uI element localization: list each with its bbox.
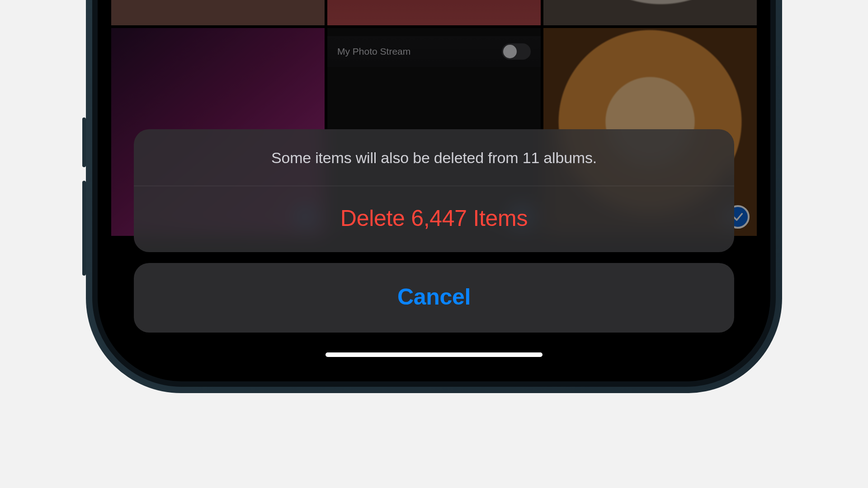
phone-side-button: [82, 181, 86, 276]
phone-bezel: My Photo Stream: [98, 0, 770, 381]
stage: My Photo Stream: [0, 0, 868, 488]
phone-screen: My Photo Stream: [111, 0, 757, 368]
home-indicator[interactable]: [326, 352, 542, 357]
action-sheet-card: Some items will also be deleted from 11 …: [134, 129, 734, 252]
phone-side-button: [82, 117, 86, 167]
action-sheet-message: Some items will also be deleted from 11 …: [134, 129, 734, 186]
action-sheet: Some items will also be deleted from 11 …: [134, 129, 734, 333]
phone-frame-outer: My Photo Stream: [86, 0, 782, 393]
cancel-button[interactable]: Cancel: [134, 263, 734, 333]
delete-items-button[interactable]: Delete 6,447 Items: [134, 186, 734, 252]
phone-frame-mid: My Photo Stream: [92, 0, 776, 387]
